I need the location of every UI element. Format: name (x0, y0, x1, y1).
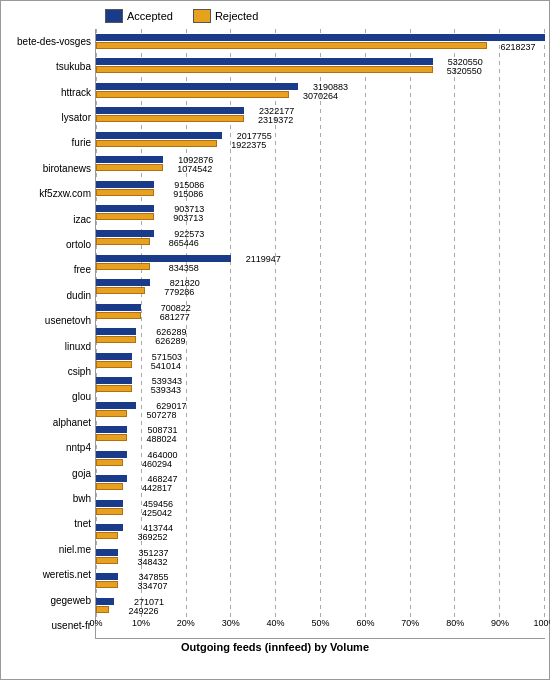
bar-row-rejected-izac: 903713 (96, 213, 545, 220)
bar-rejected-glou: 539343 (96, 385, 132, 392)
bar-value-rejected-lysator: 2319372 (258, 115, 293, 125)
x-tick-7: 70% (401, 618, 419, 628)
bar-row-accepted-linuxd: 626289 (96, 328, 545, 335)
bar-row-rejected-csiph: 541014 (96, 361, 545, 368)
bar-accepted-alphanet: 629017 (96, 402, 136, 409)
x-tick-0: 0% (89, 618, 102, 628)
bar-accepted-usenetovh: 700822 (96, 304, 141, 311)
x-tick-5: 50% (311, 618, 329, 628)
legend: Accepted Rejected (5, 9, 545, 23)
bar-rejected-httrack: 3070264 (96, 91, 289, 98)
bar-group-nntp4: 508731488024 (96, 425, 545, 443)
bar-accepted-goja: 464000 (96, 451, 127, 458)
bar-rejected-tsukuba: 5320550 (96, 66, 433, 73)
y-label-alphanet: alphanet (5, 414, 91, 432)
bar-row-accepted-gegeweb: 347855 (96, 573, 545, 580)
bar-group-tsukuba: 53205505320550 (96, 57, 545, 75)
bar-row-rejected-bwh: 442817 (96, 483, 545, 490)
bar-value-rejected-nntp4: 488024 (146, 434, 176, 444)
bar-group-kf5zxw.com: 915086915086 (96, 179, 545, 197)
bar-accepted-tsukuba: 5320550 (96, 58, 433, 65)
accepted-color-box (105, 9, 123, 23)
bar-row-accepted-glou: 539343 (96, 377, 545, 384)
x-axis-labels: 0%10%20%30%40%50%60%70%80%90%100% (96, 618, 545, 638)
bar-group-goja: 464000460294 (96, 449, 545, 467)
bar-accepted-kf5zxw.com: 915086 (96, 181, 154, 188)
bar-group-lysator: 23221772319372 (96, 106, 545, 124)
x-tick-8: 80% (446, 618, 464, 628)
bar-rejected-tnet: 425042 (96, 508, 123, 515)
bar-row-accepted-weretis.net: 351237 (96, 549, 545, 556)
bar-value-rejected-kf5zxw.com: 915086 (173, 189, 203, 199)
y-label-bete-des-vosges: bete-des-vosges (5, 33, 91, 51)
bar-accepted-httrack: 3190883 (96, 83, 298, 90)
bar-row-rejected-ortolo: 865446 (96, 238, 545, 245)
bar-row-rejected-alphanet: 507278 (96, 410, 545, 417)
bar-row-accepted-nntp4: 508731 (96, 426, 545, 433)
bar-group-httrack: 31908833070264 (96, 81, 545, 99)
y-label-tnet: tnet (5, 515, 91, 533)
y-label-tsukuba: tsukuba (5, 58, 91, 76)
bar-row-rejected-linuxd: 626289 (96, 336, 545, 343)
bar-group-csiph: 571503541014 (96, 351, 545, 369)
bar-group-usenet-fr: 271071249226 (96, 596, 545, 614)
bar-accepted-glou: 539343 (96, 377, 132, 384)
bar-row-accepted-bwh: 468247 (96, 475, 545, 482)
bar-value-rejected-izac: 903713 (173, 213, 203, 223)
y-label-usenet-fr: usenet-fr (5, 617, 91, 635)
bar-row-rejected-free: 834358 (96, 263, 545, 270)
bar-row-rejected-nntp4: 488024 (96, 434, 545, 441)
bar-row-rejected-tnet: 425042 (96, 508, 545, 515)
y-label-usenetovh: usenetovh (5, 312, 91, 330)
bar-row-accepted-usenetovh: 700822 (96, 304, 545, 311)
bar-rejected-lysator: 2319372 (96, 115, 244, 122)
bar-row-rejected-kf5zxw.com: 915086 (96, 189, 545, 196)
bar-rejected-niel.me: 369252 (96, 532, 118, 539)
bar-row-rejected-niel.me: 369252 (96, 532, 545, 539)
y-label-httrack: httrack (5, 84, 91, 102)
bar-row-accepted-birotanews: 1092876 (96, 156, 545, 163)
bar-row-accepted-goja: 464000 (96, 451, 545, 458)
bar-accepted-weretis.net: 351237 (96, 549, 118, 556)
y-label-dudin: dudin (5, 287, 91, 305)
bar-rejected-nntp4: 488024 (96, 434, 127, 441)
rejected-label: Rejected (215, 10, 258, 22)
x-tick-6: 60% (356, 618, 374, 628)
bar-rejected-weretis.net: 348432 (96, 557, 118, 564)
chart-area: bete-des-vosgestsukubahttracklysatorfuri… (5, 29, 545, 639)
bar-row-accepted-lysator: 2322177 (96, 107, 545, 114)
bar-row-accepted-furie: 2017755 (96, 132, 545, 139)
bar-row-rejected-gegeweb: 334707 (96, 581, 545, 588)
bar-accepted-lysator: 2322177 (96, 107, 244, 114)
bar-group-glou: 539343539343 (96, 376, 545, 394)
x-tick-3: 30% (222, 618, 240, 628)
bar-row-accepted-tnet: 459456 (96, 500, 545, 507)
y-label-kf5zxw.com: kf5zxw.com (5, 185, 91, 203)
y-label-lysator: lysator (5, 109, 91, 127)
bar-rejected-kf5zxw.com: 915086 (96, 189, 154, 196)
bar-group-bete-des-vosges: 71289816218237 (96, 32, 545, 50)
bar-accepted-gegeweb: 347855 (96, 573, 118, 580)
bar-value-rejected-dudin: 779286 (164, 287, 194, 297)
bar-rejected-bete-des-vosges: 6218237 (96, 42, 487, 49)
bar-value-rejected-tnet: 425042 (142, 508, 172, 518)
bar-value-rejected-free: 834358 (169, 263, 199, 273)
bar-value-rejected-gegeweb: 334707 (137, 581, 167, 591)
bar-group-ortolo: 922573865446 (96, 229, 545, 247)
y-label-nntp4: nntp4 (5, 439, 91, 457)
bar-row-rejected-dudin: 779286 (96, 287, 545, 294)
legend-rejected: Rejected (193, 9, 258, 23)
bar-value-rejected-linuxd: 626289 (155, 336, 185, 346)
x-tick-4: 40% (267, 618, 285, 628)
bar-row-accepted-httrack: 3190883 (96, 83, 545, 90)
bar-accepted-furie: 2017755 (96, 132, 222, 139)
y-label-free: free (5, 261, 91, 279)
bar-rejected-free: 834358 (96, 263, 150, 270)
bar-rejected-ortolo: 865446 (96, 238, 150, 245)
bar-row-rejected-bete-des-vosges: 6218237 (96, 42, 545, 49)
bar-accepted-usenet-fr: 271071 (96, 598, 114, 605)
bar-row-rejected-httrack: 3070264 (96, 91, 545, 98)
bar-value-rejected-weretis.net: 348432 (137, 557, 167, 567)
x-axis-title: Outgoing feeds (innfeed) by Volume (5, 641, 545, 653)
x-tick-9: 90% (491, 618, 509, 628)
